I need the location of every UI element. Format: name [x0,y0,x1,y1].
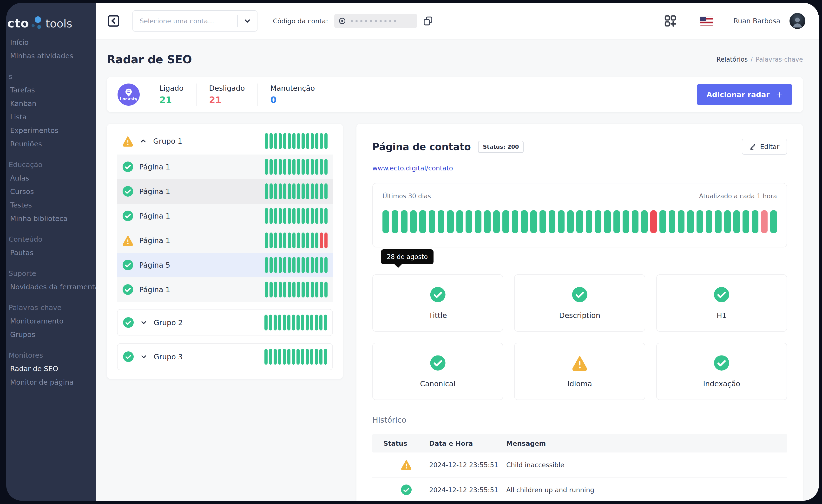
status-bar [283,133,286,149]
stat-manutencao: Manutenção0 [258,84,328,106]
group-row-grupo-1[interactable]: Grupo 1 [117,128,333,155]
page-row-pagina-1[interactable]: Página 1 [117,155,333,179]
sidebar-item-minha-biblioteca[interactable]: Minha biblioteca [6,212,96,225]
breadcrumb-separator: / [751,56,753,63]
chevron-down-icon[interactable] [238,16,257,26]
masked-dot [365,20,367,22]
eye-icon[interactable] [338,17,346,25]
sidebar-nav: InícioMinhas atividadessTarefasKanbanLis… [6,36,96,389]
us-flag-icon[interactable] [700,17,713,26]
sidebar-item-monitoramento[interactable]: Monitoramento [6,314,96,328]
account-select[interactable]: Selecione uma conta... [132,10,258,32]
group-row-grupo-3[interactable]: Grupo 3 [117,343,333,370]
uptime-bar [743,210,749,233]
breadcrumb-parent[interactable]: Relatórios [717,56,748,63]
sidebar-item-tarefas[interactable]: Tarefas [6,83,96,97]
status-bar [306,208,309,224]
sidebar-item-novidades-da-ferramenta[interactable]: Novidades da ferramenta [6,280,96,294]
status-bar [311,257,314,273]
uptime-bar [604,210,610,233]
sidebar-item-radar-de-seo[interactable]: Radar de SEO [6,362,96,375]
user-name[interactable]: Ruan Barbosa [734,17,780,25]
sidebar-item-cursos[interactable]: Cursos [6,185,96,198]
page-row-pagina-1[interactable]: Página 1 [117,179,333,204]
check-circle-icon [122,210,133,221]
sidebar-section: SuporteNovidades da ferramenta [6,267,96,294]
check-circle-icon [122,186,133,197]
sidebar-item-grupos[interactable]: Grupos [6,328,96,341]
account-code-field[interactable] [334,14,417,28]
history-table-body: 2024-12-12 23:55:51Child inaccessible202… [372,452,787,501]
column-status: Status [372,440,429,447]
masked-dot [356,20,358,22]
brand-logo-text: cto [7,17,29,29]
status-bar [311,183,314,199]
sidebar-item-testes[interactable]: Testes [6,198,96,212]
stat-desligado: Desligado21 [196,84,258,106]
status-badge: Status: 200 [478,141,524,153]
history-row: 2024-12-12 23:55:51All children up and r… [372,478,787,501]
warning-icon [572,355,588,371]
status-bar [302,208,305,224]
history-datetime-cell: 2024-12-12 23:55:51 [429,486,506,494]
sidebar-section-header: Monitores [6,349,96,362]
sidebar-item-experimentos[interactable]: Experimentos [6,124,96,137]
page-url-link[interactable]: www.ecto.digital/contato [372,164,453,172]
masked-dot [384,20,387,22]
uptime-bar [401,210,408,233]
topbar: Selecione uma conta... Código da conta: [96,3,819,39]
sidebar-item-reunioes[interactable]: Reuniões [6,137,96,151]
stat-value: 21 [209,95,245,105]
uptime-bar [502,210,509,233]
sidebar-item-inicio[interactable]: Início [6,36,96,49]
status-bar [269,349,272,365]
apps-grid-icon[interactable] [664,14,677,27]
brand-logo-suffix: tools [45,18,72,29]
seo-checks-grid: TittleDescriptionH1CanonicalIdiomaIndexa… [372,274,787,400]
chevron-down-icon[interactable] [140,353,148,361]
check-circle-icon [714,287,730,303]
avatar[interactable] [790,13,805,29]
status-bar [283,282,286,297]
page-row-pagina-1[interactable]: Página 1 [117,228,333,253]
uptime-bar [530,210,537,233]
stat-label: Manutenção [271,84,315,92]
sidebar-section-header: Conteúdo [6,233,96,246]
history-datetime-cell: 2024-12-12 23:55:51 [429,461,506,469]
sidebar-item-lista[interactable]: Lista [6,110,96,124]
breadcrumb-current[interactable]: Palavras-chave [756,56,803,63]
uptime-bar [410,210,417,233]
sidebar-section-header: Palavras-chave [6,301,96,314]
check-card-label: Description [559,311,600,320]
sidebar-section: EducaçãoAulasCursosTestesMinha bibliotec… [6,158,96,225]
sidebar-section: InícioMinhas atividades [6,36,96,63]
copy-icon[interactable] [423,16,433,26]
masked-dot [375,20,377,22]
sidebar-item-kanban[interactable]: Kanban [6,97,96,110]
sidebar-item-minhas-atividades[interactable]: Minhas atividades [6,49,96,63]
group-row-grupo-2[interactable]: Grupo 2 [117,309,333,336]
uptime-bar [678,210,685,233]
status-bars [265,282,328,297]
check-card-label: H1 [717,311,727,320]
status-bar [265,133,268,149]
page-row-pagina-1[interactable]: Página 1 [117,277,333,302]
edit-button[interactable]: Editar [742,139,787,155]
chevron-down-icon[interactable] [140,318,148,327]
stat-value: 0 [271,95,315,105]
status-bar [306,282,309,297]
sidebar-collapse-button[interactable] [107,14,120,27]
uptime-bars [382,210,777,233]
sidebar-item-pautas[interactable]: Pautas [6,246,96,259]
add-radar-button[interactable]: Adicionar radar + [697,84,792,105]
status-bar [315,233,318,248]
page-row-pagina-1[interactable]: Página 1 [117,204,333,228]
chevron-up-icon[interactable] [139,137,147,145]
masked-dot [351,20,353,22]
main-area: Selecione uma conta... Código da conta: [96,3,819,501]
brand-dots-icon [32,16,43,29]
sidebar-item-monitor-de-pagina[interactable]: Monitor de página [6,375,96,389]
sidebar-item-aulas[interactable]: Aulas [6,171,96,185]
status-bar [320,233,323,248]
page-row-pagina-5[interactable]: Página 5 [117,253,333,277]
